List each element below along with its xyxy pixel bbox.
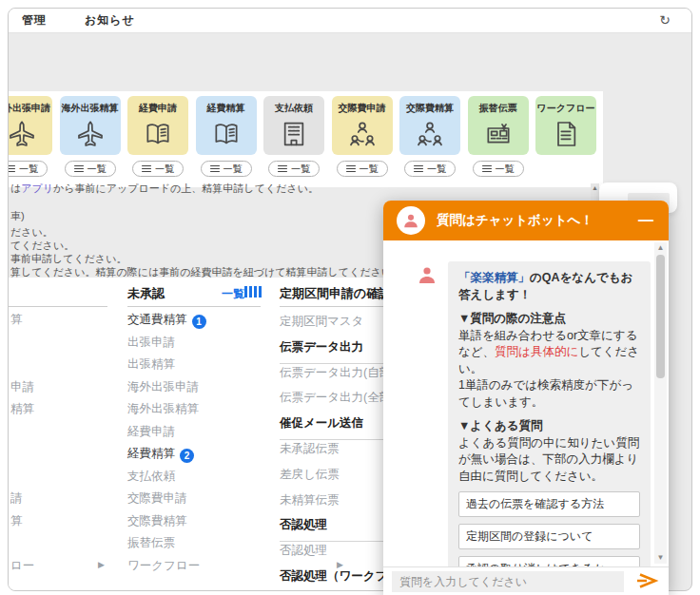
list-button[interactable]: 一覧	[268, 161, 320, 177]
instruction-line: ださい。	[10, 225, 53, 240]
minimize-button[interactable]: —	[636, 212, 655, 229]
menu-item-fragment[interactable]: 算 ▶	[10, 312, 23, 328]
list-icon	[414, 163, 423, 174]
list-button[interactable]: 一覧	[404, 161, 456, 177]
bot-message-bubble: 「楽楽精算」のQAをなんでもお答えします！ ▼質問の際の注意点 単語を組み合わせ…	[448, 261, 651, 566]
app-tile-card[interactable]: 支払依頼	[263, 96, 324, 155]
app-tile-label: 交際費申請	[332, 102, 393, 115]
send-button[interactable]	[633, 571, 660, 592]
menu-item[interactable]: 交際費申請 ▶	[127, 490, 187, 507]
list-button[interactable]: 一覧	[473, 161, 524, 177]
instruction-line: 事前申請してください。	[10, 252, 127, 266]
app-tile: ワークフロー 一覧	[535, 96, 596, 155]
menu-item[interactable]: 交通費精算1 ▶	[127, 312, 206, 329]
faq-header: ▼よくある質問	[458, 418, 640, 435]
menu-item-fragment[interactable]: 請 ▶	[10, 490, 23, 507]
chatbot-widget: 質問はチャットボットへ！ — 「楽楽精算」のQAをなんでもお答えします！ ▼質問…	[383, 201, 669, 595]
nav-item-news[interactable]: お知らせ	[85, 12, 135, 29]
building-icon	[279, 119, 309, 149]
book-icon	[211, 119, 242, 149]
app-tile-label: 経費申請	[127, 102, 188, 115]
people-icon	[415, 119, 445, 149]
list-button-label: 一覧	[291, 163, 310, 176]
menu-item[interactable]: 出張申請 ▶	[127, 335, 175, 351]
app-tile-label: 海外出張申請	[8, 102, 52, 115]
menu-item-fragment[interactable]: 精算 ▶	[10, 401, 34, 417]
list-button-label: 一覧	[496, 163, 515, 176]
instruction-line: てください。	[10, 239, 74, 253]
chat-input[interactable]	[392, 571, 624, 592]
menu-item[interactable]: 支払依頼 ▶	[127, 469, 175, 485]
app-tile-card[interactable]: 振替伝票	[468, 96, 529, 155]
refresh-icon[interactable]: ↻	[659, 12, 671, 28]
menu-item-fragment[interactable]: ロー ▶	[10, 558, 34, 574]
app-tile-card[interactable]: 海外出張精算	[60, 96, 121, 155]
instruction-line: 車)	[10, 209, 25, 223]
menu-item[interactable]: 経費精算2 ▶	[127, 446, 194, 463]
list-button[interactable]: 一覧	[337, 161, 388, 177]
app-tile: 振替伝票 一覧	[468, 96, 529, 177]
chatbot-avatar	[397, 206, 425, 235]
menu-item[interactable]: 海外出張精算 ▶	[127, 401, 199, 417]
nav-item-admin[interactable]: 管理	[22, 12, 47, 29]
list-button[interactable]: 一覧	[8, 161, 48, 177]
menu-item-fragment[interactable]: 算 ▶	[10, 513, 23, 529]
list-icon	[142, 163, 151, 174]
app-tile-label: 支払依頼	[263, 102, 324, 115]
faq-text: よくある質問の中に知りたい質問が無い場合は、下部の入力欄より自由に質問してくださ…	[458, 435, 640, 486]
app-tile-card[interactable]: 交際費精算	[399, 96, 460, 155]
app-tile: 海外出張精算 一覧	[60, 96, 121, 177]
top-navbar: 管理 お知らせ ↻	[9, 9, 691, 33]
app-link[interactable]: アプリ	[21, 182, 53, 194]
list-icon	[278, 163, 287, 174]
app-tile-label: 経費精算	[196, 102, 257, 115]
menu-item[interactable]: 出張精算 ▶	[127, 356, 175, 373]
menu-item[interactable]: 経費申請 ▶	[127, 424, 175, 440]
scrollbar-thumb[interactable]	[656, 255, 665, 378]
menu-item[interactable]: 海外出張申請 ▶	[127, 379, 199, 395]
app-tile-card[interactable]: 交際費申請	[332, 96, 393, 155]
app-tile: 経費精算 一覧	[196, 96, 257, 177]
send-icon	[634, 571, 659, 590]
faq-suggestion-button[interactable]: 定期区間の登録について	[458, 524, 640, 549]
menu-item[interactable]: 交際費精算 ▶	[127, 513, 187, 529]
unapproved-list-link[interactable]: 一覧	[222, 286, 244, 302]
count-badge: 1	[192, 315, 206, 329]
list-icon	[74, 163, 84, 174]
periodic-header: 定期区間申請の確認	[280, 285, 391, 302]
menu-item-fragment[interactable]: 申請 ▶	[10, 379, 34, 395]
app-tile-card[interactable]: 経費申請	[127, 96, 188, 155]
menu-item[interactable]: ワークフロー ▶	[127, 558, 200, 574]
list-button[interactable]: 一覧	[65, 161, 116, 177]
app-tile-label: 海外出張精算	[60, 102, 121, 115]
app-tile-card[interactable]: ワークフロー	[535, 96, 596, 155]
list-icon	[482, 163, 492, 174]
list-button-label: 一覧	[360, 163, 379, 176]
scroll-up-icon[interactable]: ▲	[654, 242, 667, 254]
list-button[interactable]: 一覧	[132, 161, 184, 177]
bar-chart-icon[interactable]	[244, 286, 262, 298]
faq-suggestion-button[interactable]: 過去の伝票を確認する方法	[458, 491, 640, 517]
instruction-line: はアプリから事前にアップロードの上、精算申請してください。	[10, 182, 319, 196]
list-button-label: 一覧	[427, 163, 446, 176]
left-column-divider	[9, 306, 107, 307]
list-button[interactable]: 一覧	[201, 161, 252, 177]
plane-icon	[75, 119, 106, 149]
app-tile-card[interactable]: 海外出張申請	[8, 96, 52, 155]
person-icon	[402, 212, 419, 229]
app-tile: 海外出張申請 一覧	[8, 96, 52, 177]
scroll-down-icon[interactable]: ▼	[654, 552, 667, 564]
list-icon	[346, 163, 356, 174]
menu-item[interactable]: 振替伝票 ▶	[127, 535, 175, 551]
app-tile: 支払依頼 一覧	[263, 96, 324, 177]
faq-suggestion-button[interactable]: 承認の取り消しはできるか	[458, 556, 640, 566]
chatbot-header: 質問はチャットボットへ！ —	[383, 201, 669, 240]
chat-scrollbar[interactable]: ▲ ▼	[654, 242, 667, 564]
list-button-label: 一覧	[224, 163, 243, 176]
scroll-up-icon: ▲	[591, 183, 599, 192]
unapproved-divider	[127, 306, 261, 307]
list-button-label: 一覧	[88, 163, 107, 176]
people-icon	[347, 119, 378, 149]
app-tile-card[interactable]: 経費精算	[196, 96, 257, 155]
book-icon	[143, 119, 173, 149]
